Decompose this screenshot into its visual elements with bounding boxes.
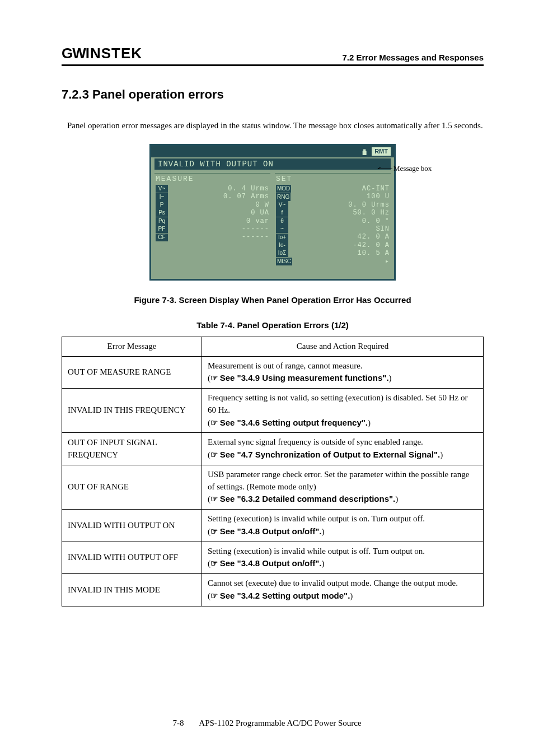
set-tag: Io+ [276, 234, 288, 241]
measure-value: 0. 4 Urms [171, 185, 269, 193]
set-row: V~0. 0 Urms [275, 201, 391, 209]
error-cause-cell: Cannot set (execute) due to invalid outp… [202, 574, 484, 606]
message-box-callout: Message box [394, 164, 432, 173]
message-box: INVALID WITH OUTPUT ON [154, 158, 391, 170]
set-row: f50. 0 Hz [275, 209, 391, 217]
error-ref: See "3.4.6 Setting output frequency". [220, 418, 368, 427]
measure-row: CF------ [154, 233, 270, 241]
brand-logo: GW INSTEK [62, 45, 142, 62]
set-column: SET MODAC-INTRNG100 UV~0. 0 Urmsf50. 0 H… [275, 173, 391, 265]
measure-tag: CF [156, 234, 168, 241]
set-tag: θ [276, 217, 288, 225]
error-description: Cannot set (execute) due to invalid outp… [208, 577, 477, 590]
lcd-panel: RMT INVALID WITH OUTPUT ON MEASURE V~0. … [149, 144, 396, 281]
measure-tag: P [156, 201, 168, 209]
measure-tag: Pq [156, 217, 168, 225]
lcd-panel-figure: RMT INVALID WITH OUTPUT ON MEASURE V~0. … [149, 144, 396, 281]
error-ref: See "3.4.8 Output on/off". [220, 526, 322, 536]
measure-value: 0 var [171, 217, 269, 225]
measure-row: P0 W [154, 201, 270, 209]
status-icons: RMT [151, 146, 394, 157]
set-tag: V~ [276, 201, 288, 209]
measure-row: Pq0 var [154, 217, 270, 225]
set-value: ▸ [296, 258, 390, 265]
section-intro: Panel operation error messages are displ… [62, 118, 484, 134]
doc-title: APS-1102 Programmable AC/DC Power Source [199, 718, 361, 727]
measure-column: MEASURE V~0. 4 UrmsI~0. 07 ArmsP0 WPs0 U… [154, 173, 270, 265]
see-icon: ☞ [210, 494, 218, 503]
error-description: USB parameter range check error. Set the… [208, 469, 477, 493]
table-header-cause: Cause and Action Required [202, 337, 484, 356]
error-message-cell: OUT OF MEASURE RANGE [62, 356, 202, 389]
set-tag: MISC [276, 258, 292, 265]
measure-value: 0 W [171, 201, 269, 209]
set-value: -42. 0 A [292, 241, 390, 249]
error-message-cell: INVALID IN THIS FREQUENCY [62, 389, 202, 433]
measure-row: V~0. 4 Urms [154, 185, 270, 193]
measure-tag: V~ [156, 185, 168, 193]
set-tag: f [276, 209, 288, 217]
error-cause-cell: Measurement is out of range, cannot meas… [202, 356, 484, 389]
table-caption: Table 7-4. Panel Operation Errors (1/2) [62, 320, 484, 330]
see-icon: ☞ [210, 373, 218, 382]
table-row: OUT OF INPUT SIGNAL FREQUENCYExternal sy… [62, 433, 484, 465]
measure-value: 0. 07 Arms [171, 193, 269, 200]
section-heading: 7.2.3 Panel operation errors [62, 87, 484, 102]
table-row: OUT OF RANGEUSB parameter range check er… [62, 465, 484, 509]
error-message-cell: INVALID WITH OUTPUT OFF [62, 542, 202, 574]
set-value: SIN [292, 225, 390, 233]
measure-value: ------ [171, 225, 269, 233]
set-row: ~SIN [275, 225, 391, 233]
set-header: SET [275, 174, 391, 185]
error-ref: See "4.7 Synchronization of Output to Ex… [220, 450, 440, 459]
set-tag: IoΣ [276, 249, 288, 257]
see-icon: ☞ [210, 450, 218, 459]
error-description: External sync signal frequency is outsid… [208, 436, 477, 449]
error-cause-cell: USB parameter range check error. Set the… [202, 465, 484, 509]
set-value: 0. 0 Urms [292, 201, 390, 209]
error-cause-cell: Frequency setting is not valid, so setti… [202, 389, 484, 433]
set-value: 50. 0 Hz [292, 209, 390, 217]
set-value: 10. 5 A [292, 249, 390, 257]
table-row: INVALID WITH OUTPUT ONSetting (execution… [62, 510, 484, 542]
error-cause-cell: Setting (execution) is invalid while out… [202, 510, 484, 542]
error-table: Error Message Cause and Action Required … [62, 337, 484, 606]
see-icon: ☞ [210, 418, 218, 427]
page-number: 7-8 [172, 718, 184, 727]
set-tag: ~ [276, 225, 288, 233]
error-description: Frequency setting is not valid, so setti… [208, 392, 477, 417]
error-message-cell: INVALID IN THIS MODE [62, 574, 202, 606]
measure-row: PF------ [154, 225, 270, 233]
figure-caption: Figure 7-3. Screen Display When Panel Op… [62, 295, 484, 305]
error-ref: See "3.4.8 Output on/off". [220, 558, 322, 568]
set-row: Io--42. 0 A [275, 241, 391, 249]
error-message-cell: OUT OF INPUT SIGNAL FREQUENCY [62, 433, 202, 465]
set-row: RNG100 U [275, 193, 391, 200]
see-icon: ☞ [210, 591, 218, 600]
measure-row: Ps0 UA [154, 209, 270, 217]
error-message-cell: OUT OF RANGE [62, 465, 202, 509]
measure-tag: PF [156, 225, 168, 233]
set-value: AC-INT [294, 185, 390, 193]
table-row: INVALID WITH OUTPUT OFFSetting (executio… [62, 542, 484, 574]
set-tag: RNG [276, 193, 291, 201]
error-ref: See "3.4.9 Using measurement functions". [220, 373, 389, 382]
table-row: INVALID IN THIS MODECannot set (execute)… [62, 574, 484, 606]
table-row: OUT OF MEASURE RANGEMeasurement is out o… [62, 356, 484, 389]
error-cause-cell: Setting (execution) is invalid while out… [202, 542, 484, 574]
see-icon: ☞ [210, 558, 218, 568]
table-row: INVALID IN THIS FREQUENCYFrequency setti… [62, 389, 484, 433]
measure-value: 0 UA [171, 209, 269, 217]
error-cause-cell: External sync signal frequency is outsid… [202, 433, 484, 465]
table-header-msg: Error Message [62, 337, 202, 356]
measure-row: I~0. 07 Arms [154, 193, 270, 200]
set-value: 42. 0 A [292, 233, 390, 241]
measure-value: ------ [171, 233, 269, 241]
set-row: MISC▸ [275, 258, 391, 265]
brand-instek: INSTEK [86, 45, 142, 62]
lock-icon [360, 147, 368, 155]
error-message-cell: INVALID WITH OUTPUT ON [62, 510, 202, 542]
set-row: MODAC-INT [275, 185, 391, 193]
measure-tag: Ps [156, 209, 168, 217]
measure-header: MEASURE [154, 174, 270, 185]
